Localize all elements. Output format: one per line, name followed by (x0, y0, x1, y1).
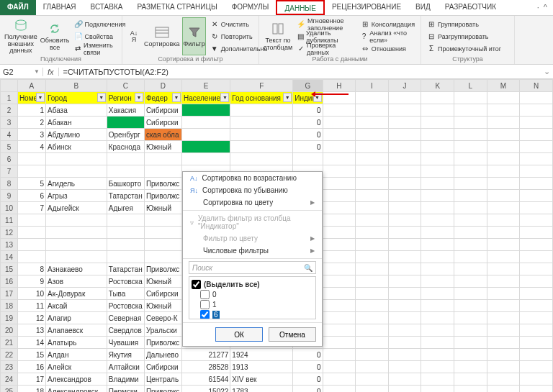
cell[interactable] (421, 190, 454, 202)
cell[interactable] (487, 129, 520, 141)
remove-duplicates-button[interactable]: ▤Удалить дубликаты (295, 31, 356, 42)
cell[interactable]: Абинск (46, 141, 107, 153)
cell[interactable]: 61544 (182, 373, 230, 386)
cell[interactable] (356, 190, 389, 202)
cell[interactable] (454, 361, 487, 373)
cell[interactable]: Адыгейск (46, 202, 107, 214)
col-header[interactable]: D (144, 80, 181, 92)
cell[interactable] (520, 153, 553, 165)
cell[interactable] (388, 178, 421, 190)
row-header[interactable]: 7 (1, 165, 18, 178)
cell[interactable] (388, 263, 421, 275)
cell[interactable] (388, 361, 421, 373)
cell[interactable] (388, 117, 421, 129)
filter-select-all[interactable]: (Выделить все) (192, 279, 313, 289)
cell[interactable] (421, 300, 454, 312)
row-header[interactable]: 15 (1, 263, 18, 275)
cell[interactable] (388, 300, 421, 312)
get-external-data-button[interactable]: Получение внешних данных (4, 17, 37, 55)
filter-dropdown-icon[interactable]: ▼ (172, 93, 181, 102)
cell[interactable]: Приволжс (144, 386, 181, 393)
cell[interactable] (520, 190, 553, 202)
cell[interactable] (182, 104, 230, 117)
row-header[interactable]: 16 (1, 275, 18, 288)
cell[interactable]: Южный (144, 141, 181, 153)
relationships-button[interactable]: ⇔Отношения (359, 43, 416, 55)
col-header[interactable]: B (46, 80, 107, 92)
cell[interactable] (421, 349, 454, 361)
cell[interactable]: Азнакаево (46, 263, 107, 275)
cell[interactable] (323, 373, 356, 386)
filter-value-6[interactable]: 6 (200, 309, 313, 319)
row-header[interactable]: 24 (1, 373, 18, 386)
cell[interactable] (144, 214, 181, 227)
cell[interactable] (454, 263, 487, 275)
cell[interactable]: Абакан (46, 117, 107, 129)
cell[interactable] (421, 141, 454, 153)
cell[interactable] (356, 349, 389, 361)
cell[interactable]: Приволжс (144, 263, 181, 275)
cell[interactable] (454, 92, 487, 104)
cell[interactable]: Приволжс (144, 178, 181, 190)
cell[interactable]: Алапаевск (46, 324, 107, 337)
cell[interactable] (356, 153, 389, 165)
cell[interactable] (356, 141, 389, 153)
cell[interactable]: 4 (17, 141, 45, 153)
cell[interactable]: Алатырь (46, 337, 107, 349)
cell[interactable] (46, 214, 107, 227)
col-header[interactable]: N (520, 80, 553, 92)
row-header[interactable]: 4 (1, 129, 18, 141)
cell[interactable] (520, 92, 553, 104)
row-header[interactable]: 3 (1, 117, 18, 129)
cell[interactable] (144, 165, 181, 178)
cancel-button[interactable]: Отмена (269, 327, 316, 342)
cell[interactable] (421, 178, 454, 190)
cell[interactable] (421, 165, 454, 178)
cell[interactable]: 13 (17, 324, 45, 337)
cell[interactable]: ская обла (144, 129, 181, 141)
cell[interactable] (520, 202, 553, 214)
cell[interactable]: Сибирски (144, 104, 181, 117)
cell[interactable] (388, 141, 421, 153)
tab-page-layout[interactable]: РАЗМЕТКА СТРАНИЦЫ (130, 0, 224, 15)
cell[interactable]: Татарстан (107, 263, 144, 275)
cell[interactable] (388, 349, 421, 361)
cell[interactable] (487, 288, 520, 300)
cell[interactable] (421, 337, 454, 349)
cell[interactable] (454, 178, 487, 190)
cell[interactable] (323, 349, 356, 361)
cell[interactable] (520, 178, 553, 190)
sort-az-button[interactable]: А↓Я (127, 17, 141, 55)
text-to-columns-button[interactable]: Текст по столбцам (264, 17, 292, 55)
cell[interactable]: Агрыз (46, 190, 107, 202)
cell[interactable] (356, 129, 389, 141)
cell[interactable] (520, 214, 553, 227)
consolidate-button[interactable]: ⊞Консолидация (359, 19, 416, 30)
cell[interactable] (356, 288, 389, 300)
cell[interactable] (323, 288, 356, 300)
row-header[interactable]: 22 (1, 349, 18, 361)
cell[interactable] (230, 117, 293, 129)
cell[interactable] (454, 190, 487, 202)
row-header[interactable]: 2 (1, 104, 18, 117)
cell[interactable] (487, 239, 520, 251)
cell[interactable] (487, 153, 520, 165)
col-header[interactable]: J (388, 80, 421, 92)
sort-by-color-item[interactable]: Сортировка по цвету▶ (183, 196, 322, 209)
cell[interactable] (323, 202, 356, 214)
cell[interactable]: 2 (17, 117, 45, 129)
properties-button[interactable]: 📄Свойства (73, 31, 127, 42)
cell[interactable] (230, 129, 293, 141)
cell[interactable] (323, 337, 356, 349)
filter-values-tree[interactable]: (Выделить все) 0 1 6 (189, 276, 316, 319)
cell[interactable] (487, 324, 520, 337)
cell[interactable] (421, 153, 454, 165)
cell[interactable]: 15 (17, 349, 45, 361)
cell[interactable] (454, 214, 487, 227)
cell[interactable]: 1783 (230, 386, 293, 393)
cell[interactable] (520, 165, 553, 178)
cell[interactable]: Федер▼ (144, 92, 181, 104)
cell[interactable] (388, 288, 421, 300)
cell[interactable]: 0 (293, 141, 323, 153)
cell[interactable] (356, 239, 389, 251)
